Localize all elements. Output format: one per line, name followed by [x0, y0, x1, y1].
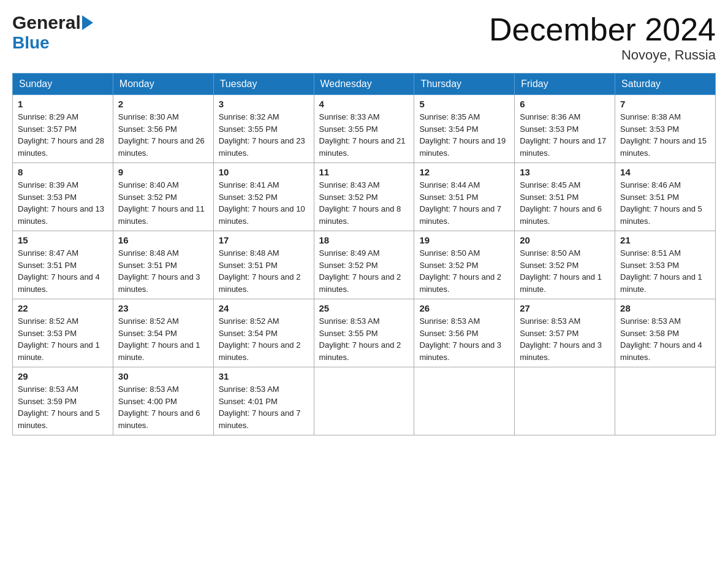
- day-number: 13: [520, 167, 610, 177]
- table-row: 21Sunrise: 8:51 AMSunset: 3:53 PMDayligh…: [615, 231, 716, 299]
- table-row: 7Sunrise: 8:38 AMSunset: 3:53 PMDaylight…: [615, 95, 716, 163]
- day-info: Sunrise: 8:53 AMSunset: 3:57 PMDaylight:…: [520, 315, 610, 363]
- day-number: 29: [18, 371, 108, 381]
- day-number: 18: [319, 235, 409, 245]
- day-info: Sunrise: 8:53 AMSunset: 3:56 PMDaylight:…: [419, 315, 509, 363]
- day-number: 19: [419, 235, 509, 245]
- day-info: Sunrise: 8:49 AMSunset: 3:52 PMDaylight:…: [319, 247, 409, 295]
- table-row: 15Sunrise: 8:47 AMSunset: 3:51 PMDayligh…: [13, 231, 113, 299]
- table-row: 16Sunrise: 8:48 AMSunset: 3:51 PMDayligh…: [113, 231, 213, 299]
- day-number: 12: [419, 167, 509, 177]
- day-info: Sunrise: 8:38 AMSunset: 3:53 PMDaylight:…: [620, 111, 710, 159]
- table-row: 27Sunrise: 8:53 AMSunset: 3:57 PMDayligh…: [515, 299, 615, 367]
- day-number: 5: [419, 99, 509, 109]
- day-number: 28: [620, 303, 710, 313]
- month-title: December 2024: [489, 12, 716, 47]
- table-row: 25Sunrise: 8:53 AMSunset: 3:55 PMDayligh…: [314, 299, 414, 367]
- header-saturday: Saturday: [615, 74, 716, 95]
- table-row: 10Sunrise: 8:41 AMSunset: 3:52 PMDayligh…: [213, 163, 314, 231]
- day-number: 15: [18, 235, 108, 245]
- day-info: Sunrise: 8:48 AMSunset: 3:51 PMDaylight:…: [118, 247, 208, 295]
- calendar-table: Sunday Monday Tuesday Wednesday Thursday…: [12, 73, 716, 435]
- day-info: Sunrise: 8:47 AMSunset: 3:51 PMDaylight:…: [18, 247, 108, 295]
- day-number: 2: [118, 99, 208, 109]
- logo-blue-text: Blue: [12, 33, 50, 53]
- calendar-week-row: 15Sunrise: 8:47 AMSunset: 3:51 PMDayligh…: [13, 231, 716, 299]
- header-monday: Monday: [113, 74, 213, 95]
- day-number: 10: [219, 167, 309, 177]
- day-info: Sunrise: 8:33 AMSunset: 3:55 PMDaylight:…: [319, 111, 409, 159]
- logo-arrow-icon: [82, 15, 93, 30]
- day-info: Sunrise: 8:52 AMSunset: 3:53 PMDaylight:…: [18, 315, 108, 363]
- table-row: 29Sunrise: 8:53 AMSunset: 3:59 PMDayligh…: [13, 367, 113, 435]
- day-number: 8: [18, 167, 108, 177]
- table-row: 13Sunrise: 8:45 AMSunset: 3:51 PMDayligh…: [515, 163, 615, 231]
- table-row: 2Sunrise: 8:30 AMSunset: 3:56 PMDaylight…: [113, 95, 213, 163]
- day-number: 14: [620, 167, 710, 177]
- day-number: 1: [18, 99, 108, 109]
- day-number: 7: [620, 99, 710, 109]
- table-row: 20Sunrise: 8:50 AMSunset: 3:52 PMDayligh…: [515, 231, 615, 299]
- day-number: 11: [319, 167, 409, 177]
- page-header: General Blue December 2024 Novoye, Russi…: [12, 12, 716, 63]
- day-number: 4: [319, 99, 409, 109]
- day-info: Sunrise: 8:46 AMSunset: 3:51 PMDaylight:…: [620, 179, 710, 227]
- table-row: [515, 367, 615, 435]
- table-row: 9Sunrise: 8:40 AMSunset: 3:52 PMDaylight…: [113, 163, 213, 231]
- day-info: Sunrise: 8:52 AMSunset: 3:54 PMDaylight:…: [219, 315, 309, 363]
- table-row: [314, 367, 414, 435]
- calendar-week-row: 8Sunrise: 8:39 AMSunset: 3:53 PMDaylight…: [13, 163, 716, 231]
- table-row: 8Sunrise: 8:39 AMSunset: 3:53 PMDaylight…: [13, 163, 113, 231]
- table-row: [414, 367, 515, 435]
- day-info: Sunrise: 8:50 AMSunset: 3:52 PMDaylight:…: [520, 247, 610, 295]
- table-row: 3Sunrise: 8:32 AMSunset: 3:55 PMDaylight…: [213, 95, 314, 163]
- day-info: Sunrise: 8:45 AMSunset: 3:51 PMDaylight:…: [520, 179, 610, 227]
- table-row: 31Sunrise: 8:53 AMSunset: 4:01 PMDayligh…: [213, 367, 314, 435]
- day-number: 16: [118, 235, 208, 245]
- day-number: 17: [219, 235, 309, 245]
- table-row: 24Sunrise: 8:52 AMSunset: 3:54 PMDayligh…: [213, 299, 314, 367]
- day-info: Sunrise: 8:39 AMSunset: 3:53 PMDaylight:…: [18, 179, 108, 227]
- title-section: December 2024 Novoye, Russia: [489, 12, 716, 63]
- table-row: 30Sunrise: 8:53 AMSunset: 4:00 PMDayligh…: [113, 367, 213, 435]
- day-info: Sunrise: 8:41 AMSunset: 3:52 PMDaylight:…: [219, 179, 309, 227]
- day-number: 21: [620, 235, 710, 245]
- day-number: 22: [18, 303, 108, 313]
- day-info: Sunrise: 8:43 AMSunset: 3:52 PMDaylight:…: [319, 179, 409, 227]
- day-info: Sunrise: 8:53 AMSunset: 4:00 PMDaylight:…: [118, 383, 208, 431]
- day-info: Sunrise: 8:53 AMSunset: 3:59 PMDaylight:…: [18, 383, 108, 431]
- day-number: 24: [219, 303, 309, 313]
- day-number: 31: [219, 371, 309, 381]
- day-number: 6: [520, 99, 610, 109]
- table-row: [615, 367, 716, 435]
- header-wednesday: Wednesday: [314, 74, 414, 95]
- day-number: 20: [520, 235, 610, 245]
- table-row: 5Sunrise: 8:35 AMSunset: 3:54 PMDaylight…: [414, 95, 515, 163]
- day-info: Sunrise: 8:36 AMSunset: 3:53 PMDaylight:…: [520, 111, 610, 159]
- table-row: 22Sunrise: 8:52 AMSunset: 3:53 PMDayligh…: [13, 299, 113, 367]
- header-friday: Friday: [515, 74, 615, 95]
- day-number: 23: [118, 303, 208, 313]
- day-info: Sunrise: 8:50 AMSunset: 3:52 PMDaylight:…: [419, 247, 509, 295]
- table-row: 4Sunrise: 8:33 AMSunset: 3:55 PMDaylight…: [314, 95, 414, 163]
- day-info: Sunrise: 8:30 AMSunset: 3:56 PMDaylight:…: [118, 111, 208, 159]
- table-row: 19Sunrise: 8:50 AMSunset: 3:52 PMDayligh…: [414, 231, 515, 299]
- day-info: Sunrise: 8:29 AMSunset: 3:57 PMDaylight:…: [18, 111, 108, 159]
- calendar-week-row: 22Sunrise: 8:52 AMSunset: 3:53 PMDayligh…: [13, 299, 716, 367]
- header-tuesday: Tuesday: [213, 74, 314, 95]
- table-row: 26Sunrise: 8:53 AMSunset: 3:56 PMDayligh…: [414, 299, 515, 367]
- day-info: Sunrise: 8:53 AMSunset: 4:01 PMDaylight:…: [219, 383, 309, 431]
- day-number: 3: [219, 99, 309, 109]
- day-info: Sunrise: 8:48 AMSunset: 3:51 PMDaylight:…: [219, 247, 309, 295]
- day-info: Sunrise: 8:35 AMSunset: 3:54 PMDaylight:…: [419, 111, 509, 159]
- day-info: Sunrise: 8:53 AMSunset: 3:55 PMDaylight:…: [319, 315, 409, 363]
- day-info: Sunrise: 8:52 AMSunset: 3:54 PMDaylight:…: [118, 315, 208, 363]
- table-row: 17Sunrise: 8:48 AMSunset: 3:51 PMDayligh…: [213, 231, 314, 299]
- table-row: 1Sunrise: 8:29 AMSunset: 3:57 PMDaylight…: [13, 95, 113, 163]
- day-info: Sunrise: 8:51 AMSunset: 3:53 PMDaylight:…: [620, 247, 710, 295]
- day-info: Sunrise: 8:32 AMSunset: 3:55 PMDaylight:…: [219, 111, 309, 159]
- calendar-week-row: 29Sunrise: 8:53 AMSunset: 3:59 PMDayligh…: [13, 367, 716, 435]
- table-row: 18Sunrise: 8:49 AMSunset: 3:52 PMDayligh…: [314, 231, 414, 299]
- header-thursday: Thursday: [414, 74, 515, 95]
- logo: General Blue: [12, 12, 93, 53]
